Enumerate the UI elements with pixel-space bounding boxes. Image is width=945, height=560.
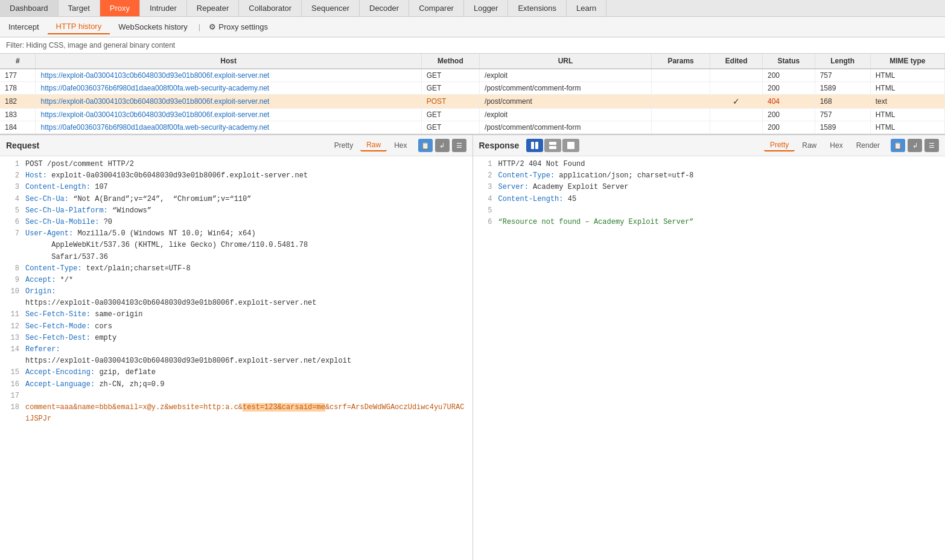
subnav-intercept[interactable]: Intercept (0, 20, 48, 34)
nav-learn[interactable]: Learn (567, 0, 606, 16)
request-code-area[interactable]: 1POST /post/comment HTTP/22Host: exploit… (0, 156, 472, 560)
cell-id: 183 (0, 109, 36, 121)
table-row[interactable]: 183 https://exploit-0a03004103c0b6048030… (0, 109, 945, 121)
col-mime: MIME type (870, 54, 944, 69)
table-row[interactable]: 182 https://exploit-0a03004103c0b6048030… (0, 95, 945, 109)
cell-id: 182 (0, 95, 36, 109)
request-tab-hex[interactable]: Hex (388, 140, 413, 151)
request-tabs: Pretty Raw Hex (328, 139, 413, 151)
filter-text: Filter: Hiding CSS, image and general bi… (6, 41, 175, 49)
proxy-settings-button[interactable]: ⚙ Proxy settings (203, 20, 274, 34)
code-line: 1POST /post/comment HTTP/2 (0, 159, 472, 170)
subnav-websockets-history[interactable]: WebSockets history (110, 20, 196, 34)
response-more-icon[interactable]: ☰ (924, 139, 939, 152)
code-line: 18comment=aaa&name=bbb&email=x@y.z&websi… (0, 402, 472, 425)
table-row[interactable]: 177 https://exploit-0a03004103c0b6048030… (0, 69, 945, 82)
response-tab-pretty[interactable]: Pretty (764, 139, 795, 151)
request-tab-raw[interactable]: Raw (360, 139, 387, 151)
response-pane-header: Response Pretty Raw Hex (473, 135, 946, 156)
table-row[interactable]: 178 https://0afe00360376b6f980d1daea008f… (0, 82, 945, 95)
code-line: https://exploit-0a03004103c0b6048030d93e… (0, 355, 472, 367)
response-copy-icon[interactable]: 📋 (891, 139, 905, 152)
cell-method: GET (421, 82, 479, 95)
cell-mime: HTML (870, 121, 944, 134)
code-line: https://exploit-0a03004103c0b6048030d93e… (0, 298, 472, 309)
code-line: 2Content-Type: application/json; charset… (473, 170, 946, 182)
request-pane: Request Pretty Raw Hex 📋 ↲ ☰ 1POST /post… (0, 135, 473, 560)
cell-length: 1589 (815, 121, 870, 134)
code-line: 13Sec-Fetch-Dest: empty (0, 332, 472, 344)
response-tab-hex[interactable]: Hex (824, 140, 848, 151)
cell-host: https://exploit-0a03004103c0b6048030d93e… (36, 109, 421, 121)
cell-length: 757 (815, 69, 870, 82)
cell-params (651, 109, 710, 121)
proxy-settings-label: Proxy settings (218, 22, 268, 31)
cell-mime: HTML (870, 69, 944, 82)
nav-sequencer[interactable]: Sequencer (302, 0, 360, 16)
cell-edited (710, 82, 763, 95)
code-line: 16Accept-Language: zh-CN, zh;q=0.9 (0, 379, 472, 390)
code-line: 1HTTP/2 404 Not Found (473, 159, 946, 170)
col-number: # (0, 54, 36, 69)
table-header-row: # Host Method URL Params Edited Status L… (0, 54, 945, 69)
table-row[interactable]: 184 https://0afe00360376b6f980d1daea008f… (0, 121, 945, 134)
cell-edited (710, 69, 763, 82)
nav-intruder[interactable]: Intruder (140, 0, 187, 16)
response-wrap-icon[interactable]: ↲ (908, 139, 922, 152)
nav-proxy[interactable]: Proxy (100, 0, 140, 16)
code-line: 17 (0, 390, 472, 402)
response-tab-render[interactable]: Render (850, 140, 886, 151)
cell-url: /post/comment/comment-form (480, 82, 652, 95)
cell-id: 184 (0, 121, 36, 134)
svg-rect-1 (535, 142, 538, 149)
sub-nav: Intercept HTTP history WebSockets histor… (0, 17, 945, 37)
cell-url: /post/comment (480, 95, 652, 109)
cell-method: POST (421, 95, 479, 109)
view-toggle-split[interactable] (526, 139, 543, 152)
code-line: 10Origin: (0, 286, 472, 298)
response-tab-raw[interactable]: Raw (796, 140, 822, 151)
code-line: 3Content-Length: 107 (0, 182, 472, 193)
nav-dashboard[interactable]: Dashboard (0, 0, 59, 16)
nav-collaborator[interactable]: Collaborator (239, 0, 302, 16)
view-toggle-horizontal[interactable] (544, 139, 561, 152)
cell-length: 1589 (815, 82, 870, 95)
request-copy-icon[interactable]: 📋 (418, 139, 433, 152)
col-host: Host (36, 54, 421, 69)
cell-status: 404 (762, 95, 815, 109)
request-wrap-icon[interactable]: ↲ (435, 139, 450, 152)
view-toggle-single[interactable] (562, 139, 579, 152)
col-length: Length (815, 54, 870, 69)
cell-status: 200 (762, 109, 815, 121)
cell-edited (710, 109, 763, 121)
sub-nav-separator: | (196, 22, 203, 31)
nav-logger[interactable]: Logger (464, 0, 508, 16)
nav-extensions[interactable]: Extensions (508, 0, 567, 16)
cell-host: https://0afe00360376b6f980d1daea008f00fa… (36, 82, 421, 95)
nav-decoder[interactable]: Decoder (360, 0, 409, 16)
cell-status: 200 (762, 69, 815, 82)
request-more-icon[interactable]: ☰ (452, 139, 466, 152)
col-method: Method (421, 54, 479, 69)
response-title: Response (479, 141, 520, 150)
svg-rect-3 (549, 146, 556, 149)
cell-mime: text (870, 95, 944, 109)
cell-url: /post/comment/comment-form (480, 121, 652, 134)
request-tab-pretty[interactable]: Pretty (328, 140, 359, 151)
col-params: Params (651, 54, 710, 69)
code-line: 6“Resource not found – Academy Exploit S… (473, 217, 946, 228)
nav-target[interactable]: Target (59, 0, 100, 16)
cell-params (651, 69, 710, 82)
code-line: 6Sec-Ch-Ua-Mobile: ?0 (0, 217, 472, 228)
response-code-area[interactable]: 1HTTP/2 404 Not Found2Content-Type: appl… (473, 156, 946, 560)
cell-id: 177 (0, 69, 36, 82)
nav-comparer[interactable]: Comparer (409, 0, 464, 16)
subnav-http-history[interactable]: HTTP history (48, 19, 110, 34)
response-pane: Response Pretty Raw Hex (473, 135, 946, 560)
filter-bar: Filter: Hiding CSS, image and general bi… (0, 37, 945, 54)
svg-rect-2 (549, 142, 556, 145)
nav-repeater[interactable]: Repeater (187, 0, 239, 16)
code-line: 4Sec-Ch-Ua: “Not A(Brand”;v=“24”, “Chrom… (0, 194, 472, 205)
code-line: 7User-Agent: Mozilla/5.0 (Windows NT 10.… (0, 228, 472, 263)
code-line: 5Sec-Ch-Ua-Platform: “Windows” (0, 205, 472, 217)
